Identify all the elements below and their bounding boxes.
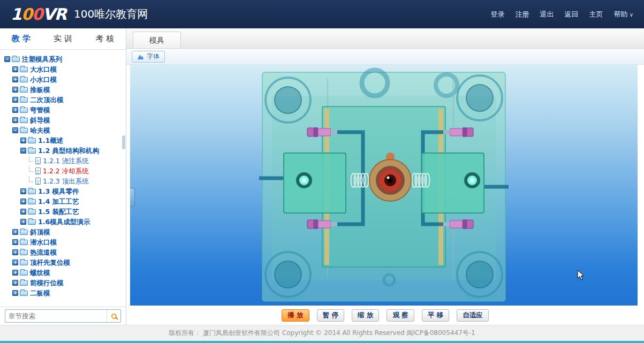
- tree-item[interactable]: -注塑模具系列: [2, 54, 126, 64]
- sidebar-tab-training[interactable]: 实 训: [42, 28, 84, 49]
- tree-item[interactable]: +二次顶出模: [2, 95, 126, 105]
- expand-toggle-icon[interactable]: +: [12, 97, 18, 103]
- expand-toggle-icon[interactable]: +: [12, 280, 18, 286]
- collapse-toggle-icon[interactable]: -: [20, 148, 26, 154]
- nav-link-home[interactable]: 主页: [589, 10, 603, 19]
- tree-item[interactable]: +大水口模: [2, 64, 126, 74]
- pan-button[interactable]: 平 移: [422, 309, 449, 322]
- viewer-controls: 播 放暂 停缩 放观 察平 移自适应: [126, 306, 644, 325]
- folder-icon: [28, 199, 36, 204]
- document-icon: [35, 157, 41, 164]
- collapse-toggle-icon[interactable]: -: [12, 127, 18, 133]
- nav-link-logout[interactable]: 退出: [540, 10, 554, 19]
- expand-toggle-icon[interactable]: +: [12, 77, 18, 82]
- collapse-toggle-icon[interactable]: -: [4, 56, 10, 62]
- expand-toggle-icon[interactable]: +: [12, 229, 18, 235]
- nav-link-back[interactable]: 返回: [565, 10, 579, 19]
- observe-button[interactable]: 观 察: [387, 309, 414, 322]
- tab-mold[interactable]: 模具: [133, 32, 181, 48]
- folder-icon: [20, 270, 28, 276]
- tree-item[interactable]: 1.2.2 冷却系统: [2, 166, 126, 176]
- viewer-toolbar: 字体: [126, 49, 644, 65]
- pause-button[interactable]: 暂 停: [317, 309, 344, 322]
- tree-item-label: 斜导模: [30, 115, 50, 125]
- tree-item-label: 1.2 典型结构和机构: [38, 146, 99, 156]
- nav-link-help[interactable]: 帮助 ∨: [614, 10, 634, 19]
- nav-link-register[interactable]: 注册: [516, 10, 529, 19]
- sidebar-tabs: 教 学实 训考 核: [0, 28, 126, 50]
- mold-3d-model[interactable]: [258, 65, 510, 306]
- search-input[interactable]: [5, 310, 107, 322]
- tree-item[interactable]: 1.2.1 浇注系统: [2, 156, 126, 166]
- tree-item[interactable]: +小水口模: [2, 74, 126, 85]
- font-button[interactable]: 字体: [132, 51, 165, 63]
- tree-item[interactable]: +潜水口模: [2, 237, 126, 247]
- tree-item-label: 二板模: [30, 288, 50, 298]
- folder-icon: [20, 77, 28, 82]
- tree-item-label: 热流道模: [30, 247, 57, 257]
- logo-letter: 1: [11, 5, 21, 24]
- top-nav: 登录注册退出返回主页帮助 ∨: [491, 10, 634, 19]
- expand-toggle-icon[interactable]: +: [12, 87, 18, 93]
- play-button[interactable]: 播 放: [282, 309, 309, 322]
- tree-item[interactable]: +前模行位模: [2, 278, 126, 288]
- tree-item[interactable]: +1.1概述: [2, 135, 126, 146]
- tree-item[interactable]: +顶杆先复位模: [2, 257, 126, 268]
- expand-toggle-icon[interactable]: +: [12, 270, 18, 276]
- tree-item[interactable]: -1.2 典型结构和机构: [2, 146, 126, 156]
- tree-scrollbar-thumb[interactable]: [122, 135, 125, 149]
- sidebar-collapse-handle[interactable]: [130, 188, 135, 207]
- tree-item-label: 1.3 模具零件: [38, 186, 79, 196]
- tree-item[interactable]: 1.2.3 顶出系统: [2, 176, 126, 186]
- expand-toggle-icon[interactable]: +: [20, 219, 26, 225]
- tree-item-label: 1.2.1 浇注系统: [43, 156, 89, 166]
- tree-item[interactable]: +斜顶模: [2, 227, 126, 237]
- folder-icon: [20, 280, 28, 286]
- auto-fit-button[interactable]: 自适应: [457, 309, 489, 322]
- search-icon: [111, 314, 117, 319]
- expand-toggle-icon[interactable]: +: [12, 66, 18, 72]
- expand-toggle-icon[interactable]: +: [20, 188, 26, 194]
- expand-toggle-icon[interactable]: +: [12, 239, 18, 245]
- expand-toggle-icon[interactable]: +: [12, 260, 18, 265]
- main-panel: 模具 字体: [126, 28, 644, 325]
- tree-item-label: 1.1概述: [38, 135, 63, 146]
- expand-toggle-icon[interactable]: +: [12, 107, 18, 113]
- tree-connector-line: [29, 156, 34, 162]
- viewer-3d[interactable]: [130, 65, 638, 306]
- expand-toggle-icon[interactable]: +: [20, 199, 26, 204]
- folder-icon: [20, 97, 28, 103]
- tree-connector-line: [29, 176, 34, 182]
- tree-item[interactable]: +螺纹模: [2, 268, 126, 278]
- tree-item[interactable]: +二板模: [2, 288, 126, 298]
- tree-connector-line: [29, 166, 34, 172]
- search-button[interactable]: [107, 310, 120, 322]
- expand-toggle-icon[interactable]: +: [20, 138, 26, 143]
- folder-icon: [20, 250, 28, 255]
- folder-icon: [20, 291, 28, 296]
- expand-toggle-icon[interactable]: +: [12, 290, 18, 296]
- tree-item[interactable]: +斜导模: [2, 115, 126, 125]
- zoom-button[interactable]: 缩 放: [352, 309, 379, 322]
- tree-item-label: 1.6模具成型演示: [38, 217, 90, 227]
- tree-item[interactable]: -哈夫模: [2, 125, 126, 135]
- nav-link-login[interactable]: 登录: [491, 10, 505, 19]
- tree-item[interactable]: +热流道模: [2, 247, 126, 257]
- site-title: 100唯尔教育网: [74, 7, 148, 21]
- tree-item[interactable]: +推板模: [2, 85, 126, 95]
- tree-item[interactable]: +1.3 模具零件: [2, 186, 126, 196]
- expand-toggle-icon[interactable]: +: [20, 209, 26, 215]
- sidebar-tab-teaching[interactable]: 教 学: [0, 28, 42, 49]
- tree-item-label: 哈夫模: [30, 125, 50, 135]
- tree-item-label: 小水口模: [30, 74, 57, 85]
- tree-item[interactable]: +1.6模具成型演示: [2, 217, 126, 227]
- tree-item-label: 前模行位模: [30, 278, 64, 288]
- tree-item[interactable]: +1.4 加工工艺: [2, 196, 126, 207]
- site-logo[interactable]: 100VR: [11, 5, 66, 24]
- expand-toggle-icon[interactable]: +: [12, 249, 18, 255]
- sidebar-tab-assessment[interactable]: 考 核: [84, 28, 126, 49]
- expand-toggle-icon[interactable]: +: [12, 117, 18, 123]
- tree-item[interactable]: +1.5 装配工艺: [2, 207, 126, 217]
- folder-icon: [20, 67, 28, 72]
- tree-item[interactable]: +弯管模: [2, 105, 126, 115]
